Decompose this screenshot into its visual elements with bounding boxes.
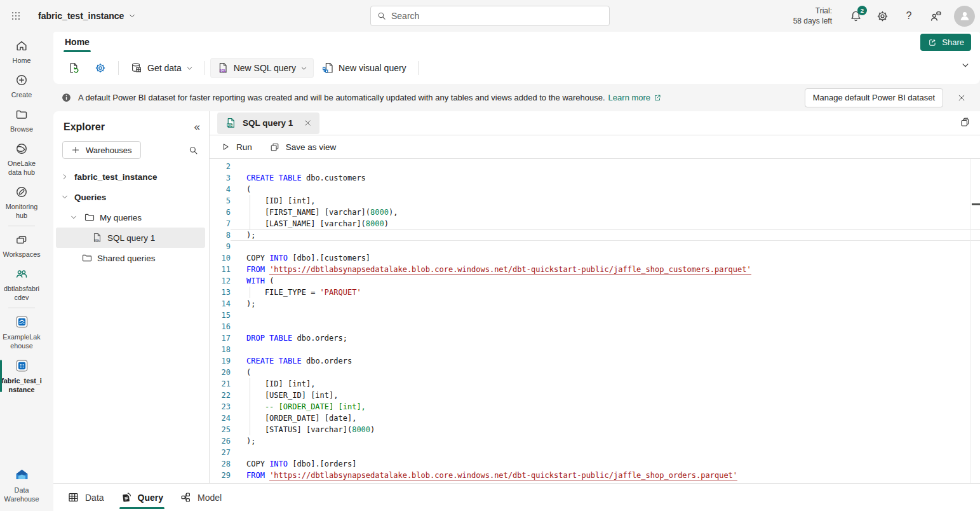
code-line[interactable]: 22[USER_ID] [int], [210,390,980,401]
tree-item-shared-queries[interactable]: Shared queries [56,248,205,268]
nav-dbtlabsfabricdev[interactable]: dbtlabsfabri cdev [0,262,43,306]
workspace-switcher[interactable]: fabric_test_instance [38,11,136,21]
code-line[interactable]: 15 [210,310,980,321]
account-avatar[interactable] [954,6,975,27]
code-line[interactable]: 9 [210,241,980,252]
code-token: 'https://dbtlabsynapsedatalake.blob.core… [269,471,737,480]
nav-onelake-data-hub[interactable]: OneLake data hub [0,137,43,181]
refresh-report-button[interactable] [61,58,86,78]
code-line[interactable]: 2 [210,161,980,172]
manage-dataset-button[interactable]: Manage default Power BI dataset [805,88,943,107]
code-line[interactable]: 16 [210,321,980,332]
line-content: COPY INTO [dbo].[orders] [231,458,980,470]
save-as-view-button[interactable]: Save as view [269,142,337,153]
tab-sql-query-1[interactable]: SQL SQL query 1 [217,112,319,134]
new-warehouse-button[interactable]: Warehouses [62,141,141,159]
nav-fabric-test-instance[interactable]: fabric_test_i nstance [0,354,43,398]
nav-workspaces[interactable]: Workspaces [0,228,43,262]
editor-scrollbar-track[interactable] [970,159,971,483]
code-line[interactable]: 23-- [ORDER_DATE] [int], [210,401,980,412]
code-line[interactable]: 6[FIRST_NAME] [varchar](8000), [210,207,980,218]
indent-guide [246,378,265,390]
search-input[interactable] [391,11,603,21]
code-line[interactable]: 21[ID] [int], [210,378,980,390]
code-line[interactable]: 20( [210,367,980,378]
line-content [231,241,980,252]
code-line[interactable]: 18 [210,344,980,355]
nav-monitoring-hub[interactable]: Monitoring hub [0,181,43,224]
nav-home[interactable]: Home [0,34,43,69]
code-line[interactable]: 11FROM 'https://dbtlabsynapsedatalake.bl… [210,264,980,275]
code-line[interactable]: 27 [210,447,980,458]
nav-examplelakehouse[interactable]: ExampleLak ehouse [0,310,43,354]
code-line[interactable]: 8); [210,229,980,241]
code-line[interactable]: 4( [210,184,980,195]
code-line[interactable]: 28COPY INTO [dbo].[orders] [210,458,980,470]
global-search[interactable] [370,6,610,26]
code-line[interactable]: 7[LAST_NAME] [varchar](8000) [210,218,980,229]
banner-close-button[interactable] [952,88,971,107]
dataset-settings-button[interactable] [88,58,113,78]
chevron-down-icon[interactable] [60,193,70,201]
notifications-button[interactable]: 2 [845,5,866,27]
learn-more-link[interactable]: Learn more [608,93,662,102]
explorer-title: Explorer [64,121,105,133]
code-token: dbo.customers [302,174,366,182]
chevron-right-icon[interactable] [60,173,70,181]
nav-create[interactable]: Create [0,69,43,103]
feedback-button[interactable] [925,5,946,27]
code-line[interactable]: 10COPY INTO [dbo].[customers] [210,252,980,264]
code-line[interactable]: 13FILE_TYPE = 'PARQUET' [210,287,980,298]
waffle-menu-button[interactable] [0,0,32,32]
code-line[interactable]: 19CREATE TABLE dbo.orders [210,355,980,367]
line-content: [USER_ID] [int], [231,390,980,401]
code-token: 8000 [370,208,389,217]
code-line[interactable]: 26); [210,435,980,447]
view-tab-model[interactable]: Model [172,484,229,511]
code-line[interactable]: 29FROM 'https://dbtlabsynapsedatalake.bl… [210,470,980,481]
tab-home[interactable]: Home [64,32,91,52]
code-area[interactable]: 23CREATE TABLE dbo.customers4(5[ID] [int… [210,159,980,483]
toolbar-divider [118,61,119,75]
close-tab-icon[interactable] [304,119,312,127]
get-data-button[interactable]: Get data [124,58,199,78]
indent-guide [246,287,265,298]
run-button[interactable]: Run [220,142,252,152]
tree-item-my-queries[interactable]: My queries [56,207,205,228]
nav-data-warehouse[interactable]: Data Warehouse [0,462,43,507]
svg-text:SQL: SQL [219,69,225,72]
tree-item-sql-query-1[interactable]: SQLSQL query 1 [56,228,205,248]
collapse-ribbon-button[interactable] [961,61,970,70]
code-token: CREATE TABLE [246,174,302,182]
code-line[interactable]: 14); [210,298,980,310]
share-button[interactable]: Share [920,34,971,51]
line-number: 7 [210,218,231,229]
tree-item-fabric-test-instance[interactable]: fabric_test_instance [56,167,205,187]
code-line[interactable]: 17DROP TABLE dbo.orders; [210,332,980,344]
chevron-down-icon[interactable] [69,214,79,221]
nav-browse[interactable]: Browse [0,103,43,137]
line-number: 28 [210,458,231,470]
editor-scrollbar-marker[interactable] [972,203,980,205]
explorer-search-icon[interactable] [188,145,199,156]
view-tab-data[interactable]: Data [60,484,112,511]
line-content: DROP TABLE dbo.orders; [231,332,980,344]
code-line[interactable]: 3CREATE TABLE dbo.customers [210,172,980,184]
new-sql-query-button[interactable]: SQL New SQL query [210,58,314,78]
learn-more-label: Learn more [608,93,650,102]
view-tab-query[interactable]: Query [113,484,171,511]
line-content: FILE_TYPE = 'PARQUET' [231,287,980,298]
code-token: 8000 [352,425,370,434]
code-line[interactable]: 25[STATUS] [varchar](8000) [210,424,980,435]
code-line[interactable]: 5[ID] [int], [210,195,980,207]
collapse-explorer-button[interactable]: « [194,121,200,133]
line-number: 27 [210,447,231,458]
new-visual-query-button[interactable]: New visual query [315,58,413,78]
copy-button[interactable] [958,116,971,129]
code-line[interactable]: 24[ORDER_DATE] [date], [210,412,980,424]
code-line[interactable]: 12WITH ( [210,275,980,287]
line-number: 12 [210,275,231,287]
settings-button[interactable] [871,5,893,27]
tree-item-queries[interactable]: Queries [56,187,205,207]
help-button[interactable]: ? [898,5,920,27]
